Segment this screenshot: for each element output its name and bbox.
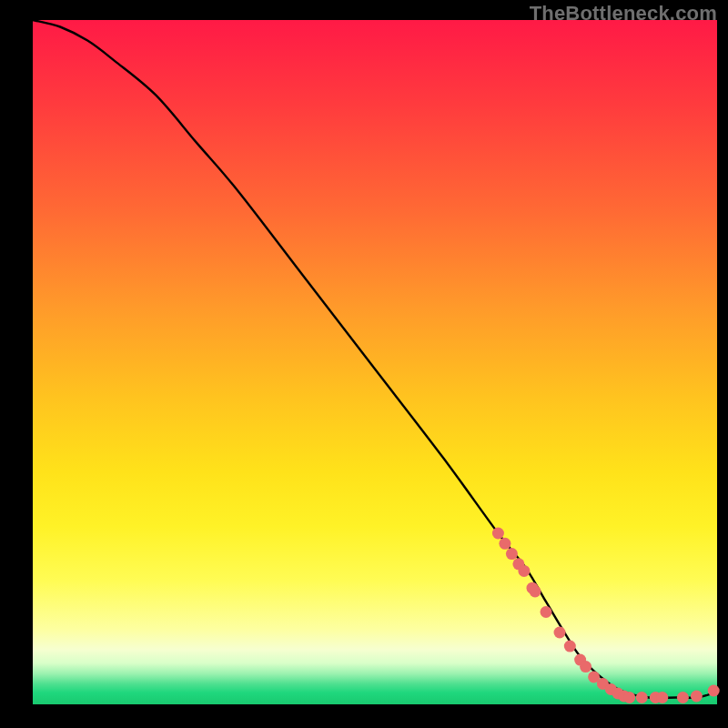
sample-dot (708, 685, 720, 697)
sample-dot (530, 585, 541, 597)
sample-dot (541, 606, 552, 618)
sample-dot (691, 691, 703, 703)
sample-dot (492, 528, 504, 540)
sample-dot (554, 627, 566, 639)
sample-dot (564, 641, 576, 652)
chart-stage: TheBottleneck.com (0, 0, 728, 728)
sample-dot (580, 661, 592, 672)
sample-dots-group (492, 528, 720, 704)
plot-area (33, 20, 717, 704)
sample-dot (506, 548, 518, 560)
curve-layer (33, 20, 717, 704)
watermark-text: TheBottleneck.com (530, 2, 717, 25)
sample-dot (677, 692, 689, 703)
sample-dot (499, 538, 511, 550)
sample-dot (636, 692, 648, 703)
sample-dot (656, 692, 668, 703)
sample-dot (623, 692, 635, 703)
sample-dot (518, 565, 530, 577)
bottleneck-curve (33, 20, 717, 698)
